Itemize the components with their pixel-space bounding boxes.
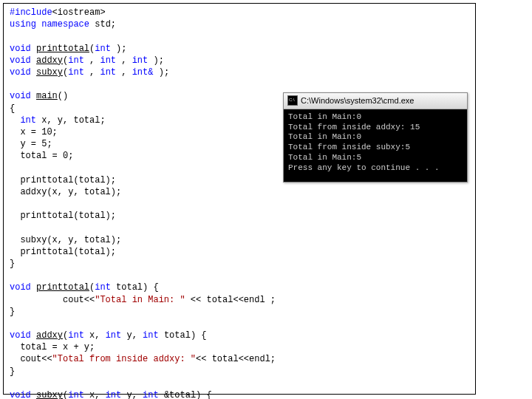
code-line: #include<iostream> — [10, 7, 469, 18]
code-line: } — [10, 258, 469, 270]
code-line — [10, 318, 469, 330]
code-line: void addxy(int x, int y, int total) { — [10, 330, 469, 341]
code-line — [10, 78, 469, 90]
code-line: } — [10, 366, 469, 378]
code-line: void addxy(int , int , int ); — [10, 55, 469, 66]
code-line: void printtotal(int ); — [10, 43, 469, 55]
code-line: subxy(x, y, total); — [10, 234, 469, 246]
console-titlebar[interactable]: C:\Windows\system32\cmd.exe — [284, 93, 467, 109]
console-output: Total in Main:0 Total from inside addxy:… — [284, 109, 467, 183]
code-line: printtotal(total); — [10, 210, 469, 222]
code-line: void printtotal(int total) { — [10, 282, 469, 293]
code-editor-pane: #include<iostream> using namespace std; … — [3, 3, 476, 395]
code-line: void subxy(int , int , int& ); — [10, 66, 469, 78]
code-line: addxy(x, y, total); — [10, 186, 469, 198]
code-line: cout<<"Total in Main: " << total<<endl ; — [10, 294, 469, 306]
code-line — [10, 198, 469, 210]
code-line: using namespace std; — [10, 18, 469, 30]
cmd-icon — [287, 95, 298, 106]
console-title: C:\Windows\system32\cmd.exe — [301, 95, 414, 106]
code-line — [10, 270, 469, 282]
code-line: total = x + y; — [10, 341, 469, 353]
console-window[interactable]: C:\Windows\system32\cmd.exe Total in Mai… — [283, 92, 468, 183]
code-line: void subxy(int x, int y, int &total) { — [10, 389, 469, 399]
code-line — [10, 30, 469, 42]
code-line: printtotal(total); — [10, 246, 469, 258]
code-line — [10, 222, 469, 233]
code-line: } — [10, 306, 469, 318]
code-line: cout<<"Total from inside addxy: "<< tota… — [10, 353, 469, 365]
code-line — [10, 378, 469, 389]
